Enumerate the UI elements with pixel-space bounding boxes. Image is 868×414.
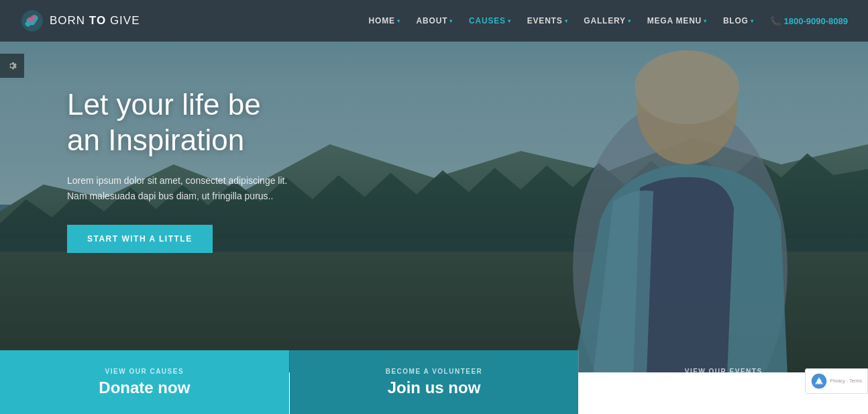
nav-link-about[interactable]: ABOUT▾	[410, 11, 459, 31]
brand-icon	[20, 9, 44, 33]
navbar: BORN TO GIVE HOME▾ ABOUT▾ CAUSES▾ EVENTS…	[0, 0, 868, 42]
hero-title: Let your life be an Inspiration	[67, 87, 295, 158]
nav-link-events[interactable]: EVENTS▾	[521, 11, 575, 31]
strip-events-title: Get involved	[675, 378, 772, 397]
strip-causes-label: VIEW OUR CAUSES	[105, 368, 184, 375]
brand-text: BORN TO GIVE	[50, 14, 140, 28]
brand-logo[interactable]: BORN TO GIVE	[20, 9, 140, 33]
nav-link-mega-menu[interactable]: MEGA MENU▾	[641, 11, 714, 31]
nav-item-home: HOME▾	[362, 11, 407, 31]
nav-link-causes[interactable]: CAUSES▾	[462, 11, 518, 31]
strip-causes[interactable]: VIEW OUR CAUSES Donate now	[0, 350, 289, 414]
gear-icon	[6, 60, 18, 72]
nav-link-gallery[interactable]: GALLERY▾	[577, 11, 637, 31]
strip-events-label: VIEW OUR EVENTS	[685, 368, 763, 375]
dropdown-arrow: ▾	[397, 18, 400, 24]
hero-content: Let your life be an Inspiration Lorem ip…	[67, 87, 295, 253]
strip-volunteer[interactable]: BECOME A VOLUNTEER Join us now	[290, 350, 579, 414]
svg-point-5	[817, 379, 821, 383]
settings-widget[interactable]	[0, 54, 24, 78]
dropdown-arrow: ▾	[449, 18, 453, 24]
phone-icon: 📞	[770, 16, 781, 26]
nav-item-mega-menu: MEGA MENU▾	[641, 11, 714, 31]
nav-menu: HOME▾ ABOUT▾ CAUSES▾ EVENTS▾ GALLERY▾ ME	[362, 11, 848, 31]
strip-volunteer-label: BECOME A VOLUNTEER	[386, 368, 483, 375]
recaptcha-badge: Privacy - Terms	[805, 368, 868, 394]
hero-subtitle: Lorem ipsum dolor sit amet, consectet ad…	[67, 173, 295, 205]
recaptcha-text: Privacy - Terms	[830, 378, 862, 384]
nav-phone-item: 📞 1800-9090-8089	[763, 16, 848, 26]
nav-item-causes: CAUSES▾	[462, 11, 518, 31]
recaptcha-icon	[811, 373, 827, 389]
dropdown-arrow: ▾	[565, 18, 568, 24]
strip-volunteer-title: Join us now	[388, 378, 481, 397]
nav-item-blog: BLOG▾	[716, 11, 761, 31]
nav-item-gallery: GALLERY▾	[577, 11, 637, 31]
strip-causes-title: Donate now	[99, 378, 190, 397]
dropdown-arrow: ▾	[508, 18, 511, 24]
nav-phone: 📞 1800-9090-8089	[770, 16, 848, 26]
nav-link-blog[interactable]: BLOG▾	[716, 11, 761, 31]
dropdown-arrow: ▾	[704, 18, 707, 24]
hero-cta-button[interactable]: START WITH A LITTLE	[67, 225, 213, 253]
dropdown-arrow: ▾	[751, 18, 754, 24]
bottom-strip: VIEW OUR CAUSES Donate now BECOME A VOLU…	[0, 350, 868, 414]
phone-number: 1800-9090-8089	[784, 16, 848, 26]
hero-section: Let your life be an Inspiration Lorem ip…	[0, 0, 868, 372]
nav-item-events: EVENTS▾	[521, 11, 575, 31]
nav-item-about: ABOUT▾	[410, 11, 459, 31]
nav-link-home[interactable]: HOME▾	[362, 11, 407, 31]
dropdown-arrow: ▾	[628, 18, 631, 24]
